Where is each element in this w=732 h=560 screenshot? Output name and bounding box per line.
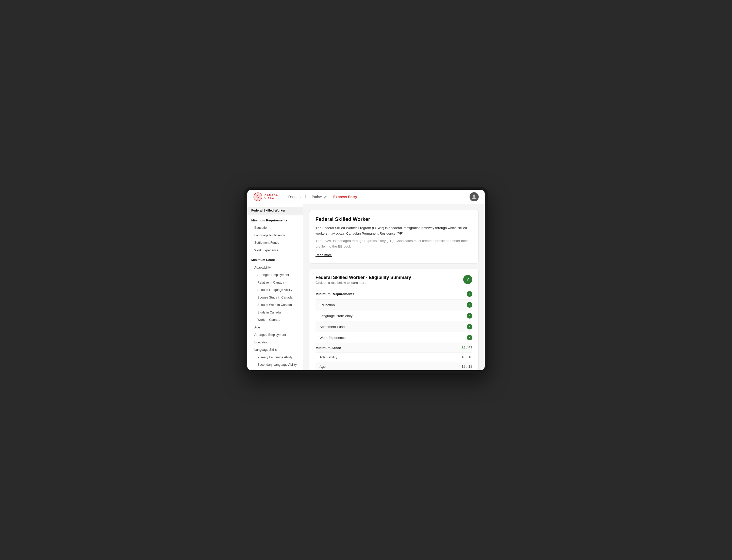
sidebar-item-adaptability[interactable]: Adaptability	[247, 264, 303, 272]
intro-desc-1: The Federal Skilled Worker Program (FSWP…	[315, 225, 472, 236]
sidebar-item-relative-in-canada[interactable]: Relative in Canada	[247, 279, 303, 287]
sidebar-divider-1	[247, 216, 303, 216]
content-area: Federal Skilled Worker The Federal Skill…	[303, 204, 485, 370]
sidebar: Federal Skilled Worker Minimum Requireme…	[247, 204, 303, 370]
sidebar-item-language-skills[interactable]: Language Skills	[247, 346, 303, 354]
screen: + CANADA VISA+ Dashboard Pathways Expres…	[247, 190, 485, 370]
check-minimum-requirements	[467, 291, 472, 297]
row-language-proficiency[interactable]: Language Proficiency	[315, 310, 472, 321]
sidebar-item-minimum-requirements[interactable]: Minimum Requirements	[247, 217, 303, 224]
row-label-minimum-score: Minimum Score	[315, 346, 341, 350]
sidebar-item-primary-language-ability[interactable]: Primary Language Ability	[247, 354, 303, 361]
check-work-experience	[467, 335, 472, 340]
sidebar-item-spouse-language-ability[interactable]: Spouse Language Ability	[247, 286, 303, 294]
row-adaptability[interactable]: Adaptability 10 / 10	[315, 353, 472, 362]
nav-express-entry[interactable]: Express Entry	[333, 194, 357, 200]
device-frame: + CANADA VISA+ Dashboard Pathways Expres…	[244, 187, 488, 373]
sidebar-item-work-experience-min[interactable]: Work Experience	[247, 247, 303, 254]
row-label-settlement-funds: Settlement Funds	[315, 325, 346, 329]
row-label-language-proficiency: Language Proficiency	[315, 314, 352, 318]
sidebar-item-age[interactable]: Age	[247, 324, 303, 331]
sidebar-item-education-min[interactable]: Education	[247, 224, 303, 232]
row-work-experience[interactable]: Work Experience	[315, 332, 472, 343]
read-more-link[interactable]: Read more	[315, 253, 332, 257]
sidebar-item-arranged-employment[interactable]: Arranged Employment	[247, 331, 303, 339]
sidebar-item-spouse-study-in-canada[interactable]: Spouse Study in Canada	[247, 294, 303, 302]
svg-text:+: +	[257, 198, 258, 200]
logo: + CANADA VISA+	[253, 192, 278, 201]
row-label-education: Education	[315, 303, 335, 307]
sidebar-item-minimum-score[interactable]: Minimum Score	[247, 256, 303, 264]
user-avatar-button[interactable]	[470, 192, 479, 201]
logo-text: CANADA VISA+	[264, 194, 278, 200]
row-label-age: Age	[315, 365, 325, 369]
logo-icon: +	[253, 192, 262, 201]
sidebar-item-work-in-canada[interactable]: Work In Canada	[247, 316, 303, 324]
row-label-adaptability: Adaptability	[315, 355, 337, 359]
row-minimum-requirements[interactable]: Minimum Requirements	[315, 289, 472, 300]
intro-desc-2: The FSWP is managed through Express Entr…	[315, 238, 472, 249]
intro-card: Federal Skilled Worker The Federal Skill…	[309, 210, 479, 264]
score-adaptability: 10 / 10	[462, 355, 472, 359]
eligibility-title-area: Federal Skilled Worker - Eligibility Sum…	[315, 275, 411, 285]
nav-pathways[interactable]: Pathways	[312, 194, 327, 200]
check-language-proficiency	[467, 313, 472, 319]
header: + CANADA VISA+ Dashboard Pathways Expres…	[247, 190, 485, 204]
row-settlement-funds[interactable]: Settlement Funds	[315, 321, 472, 332]
check-settlement-funds	[467, 324, 472, 329]
sidebar-item-secondary-language-ability[interactable]: Secondary Language Ability	[247, 361, 303, 369]
row-label-work-experience: Work Experience	[315, 336, 346, 340]
nav: Dashboard Pathways Express Entry	[288, 194, 462, 200]
sidebar-divider-2	[247, 255, 303, 255]
intro-title: Federal Skilled Worker	[315, 216, 472, 222]
sidebar-item-settlement-funds[interactable]: Settlement Funds	[247, 239, 303, 247]
row-education[interactable]: Education	[315, 300, 472, 310]
sidebar-item-spouse-work-in-canada[interactable]: Spouse Work In Canada	[247, 301, 303, 309]
row-label-minimum-requirements: Minimum Requirements	[315, 292, 354, 296]
score-age: 12 / 12	[462, 364, 472, 369]
sidebar-item-education[interactable]: Education	[247, 339, 303, 346]
row-age[interactable]: Age 12 / 12	[315, 362, 472, 370]
eligibility-subtitle: Click on a rule below to learn more	[315, 281, 411, 285]
sidebar-item-study-in-canada[interactable]: Study in Canada	[247, 309, 303, 317]
sidebar-item-language-proficiency[interactable]: Language Proficiency	[247, 232, 303, 239]
user-icon	[471, 194, 477, 200]
score-minimum-score: 82 / 67	[462, 346, 472, 350]
eligibility-card: Federal Skilled Worker - Eligibility Sum…	[309, 269, 479, 370]
check-education	[467, 302, 472, 308]
eligibility-title: Federal Skilled Worker - Eligibility Sum…	[315, 275, 411, 280]
main-layout: Federal Skilled Worker Minimum Requireme…	[247, 204, 485, 370]
sidebar-item-federal-skilled-worker[interactable]: Federal Skilled Worker	[247, 207, 303, 215]
overall-check-icon	[463, 275, 472, 284]
sidebar-item-arranged-employment-adaptability[interactable]: Arranged Employment	[247, 271, 303, 279]
nav-dashboard[interactable]: Dashboard	[288, 194, 306, 200]
eligibility-header: Federal Skilled Worker - Eligibility Sum…	[315, 275, 472, 285]
row-minimum-score[interactable]: Minimum Score 82 / 67	[315, 343, 472, 353]
